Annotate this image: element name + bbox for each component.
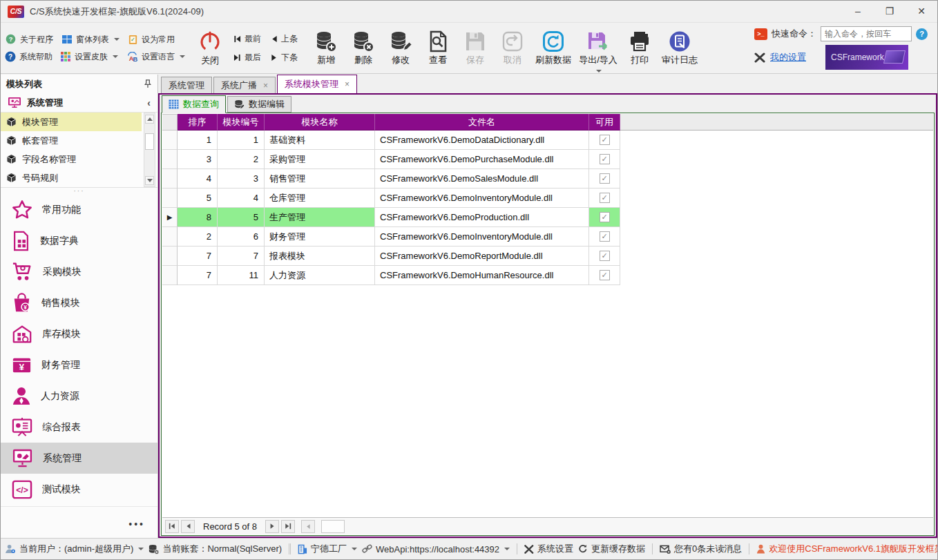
cancel-button[interactable]: 取消	[494, 30, 531, 66]
record-first-button[interactable]: 最前	[233, 33, 261, 45]
tab-system-broadcast[interactable]: 系统广播 ×	[213, 77, 276, 93]
table-row[interactable]: 2 6 财务管理 CSFrameworkV6.DemoInventoryModu…	[162, 227, 620, 247]
close-tab-icon[interactable]: ×	[263, 81, 268, 90]
application-window: C/S C/S系统快速开发框架-旗舰版V6.1(2024-09) – ❐ ✕ ?…	[0, 0, 938, 560]
sidebar-item-field-name-management[interactable]: 字段名称管理	[1, 150, 142, 168]
enabled-checkbox[interactable]: ✓	[600, 251, 610, 261]
enabled-checkbox[interactable]: ✓	[600, 135, 610, 145]
module-finance[interactable]: ¥ 财务管理	[1, 349, 157, 380]
webapi-selector[interactable]: WebApi:https://localhost:44392	[362, 544, 510, 554]
table-row[interactable]: 7 11 人力资源 CSFrameworkV6.DemoHumanResourc…	[162, 266, 620, 285]
module-sales[interactable]: ¥ 销售模块	[1, 287, 157, 318]
form-list-button[interactable]: 窗体列表	[61, 34, 119, 46]
about-button[interactable]: ? 关于程序	[5, 34, 53, 46]
set-favorite-button[interactable]: ✓ 设为常用	[128, 34, 175, 46]
table-row[interactable]: 5 4 仓库管理 CSFrameworkV6.DemoInventoryModu…	[162, 189, 620, 208]
factory-selector[interactable]: 宁德工厂	[298, 543, 357, 555]
sidebar-overflow-button[interactable]: •••	[1, 506, 157, 538]
sidebar-scrollbar[interactable]	[144, 113, 155, 187]
audit-log-button[interactable]: 审计日志	[658, 30, 701, 66]
hscroll-left-button[interactable]	[301, 520, 315, 533]
module-common-functions[interactable]: 常用功能	[1, 194, 157, 225]
sidebar-header: 模块列表	[1, 75, 157, 93]
delete-button[interactable]: 删除	[345, 30, 382, 66]
table-row[interactable]: 7 7 报表模块 CSFrameworkV6.DemoReportModule.…	[162, 247, 620, 266]
table-row[interactable]: 4 3 销售管理 CSFrameworkV6.DemoSalesModule.d…	[162, 169, 620, 189]
current-user-button[interactable]: 当前用户：(admin-超级用户)	[5, 543, 144, 555]
close-module-button[interactable]: 关闭	[198, 29, 222, 67]
export-import-button[interactable]: 导出/导入	[575, 30, 621, 66]
record-status: Record 5 of 8	[203, 521, 257, 532]
grid-header-sort[interactable]: 排序	[178, 114, 218, 131]
enabled-checkbox[interactable]: ✓	[600, 231, 610, 242]
sidebar-item-module-management[interactable]: 模块管理	[1, 113, 142, 131]
refresh-data-button[interactable]: 刷新数据	[531, 30, 575, 66]
record-prev-button[interactable]: 上条	[271, 33, 298, 45]
collapse-icon[interactable]: ‹	[147, 97, 151, 108]
maximize-button[interactable]: ❐	[874, 1, 906, 22]
module-test[interactable]: </> 测试模块	[1, 474, 157, 505]
add-button[interactable]: 新增	[307, 30, 345, 66]
table-row-selected[interactable]: ▶ 8 5 生产管理 CSFrameworkV6.DemoProduction.…	[162, 208, 620, 227]
sidebar-item-number-rules[interactable]: 号码规则	[1, 168, 142, 187]
view-button[interactable]: 查看	[419, 30, 457, 66]
scroll-up-button[interactable]	[145, 115, 154, 124]
quick-command-input[interactable]	[821, 26, 912, 41]
set-skin-button[interactable]: 设置皮肤	[61, 51, 118, 63]
record-first-nav-button[interactable]	[165, 520, 179, 533]
close-tab-icon[interactable]: ×	[345, 79, 350, 89]
sidebar-group-system-management[interactable]: 系统管理 ‹	[1, 93, 157, 113]
grid-header-code[interactable]: 模块编号	[218, 114, 265, 131]
record-next-nav-button[interactable]	[265, 520, 279, 533]
save-button[interactable]: 保存	[457, 30, 494, 66]
table-row[interactable]: 1 1 基础资料 CSFrameworkV6.DemoDataDictionar…	[162, 131, 620, 150]
record-last-button[interactable]: 最后	[233, 52, 261, 64]
grid-header-filler	[620, 114, 933, 131]
sidebar-item-account-management[interactable]: 帐套管理	[1, 131, 142, 150]
pin-icon[interactable]	[143, 79, 152, 88]
scroll-down-button[interactable]	[145, 176, 154, 185]
unread-messages-button[interactable]: 您有0条未读消息	[660, 543, 742, 555]
close-window-button[interactable]: ✕	[906, 1, 937, 22]
module-data-dictionary[interactable]: 数据字典	[1, 225, 157, 256]
enabled-checkbox[interactable]: ✓	[600, 193, 610, 203]
current-account[interactable]: 当前账套：Normal(SqlServer)	[149, 543, 282, 555]
finance-yen-icon: ¥	[12, 356, 32, 375]
module-inventory[interactable]: 库存模块	[1, 318, 157, 349]
my-settings-link[interactable]: 我的设置	[770, 51, 806, 64]
refresh-cache-button[interactable]: 更新缓存数据	[578, 543, 645, 555]
hscroll-track[interactable]	[321, 520, 345, 533]
tab-system-management[interactable]: 系统管理	[161, 77, 212, 93]
set-language-button[interactable]: AB 设置语言	[126, 51, 185, 63]
power-icon	[198, 29, 222, 54]
minimize-button[interactable]: –	[842, 1, 874, 22]
record-last-nav-button[interactable]	[281, 520, 295, 533]
enabled-checkbox[interactable]: ✓	[600, 173, 610, 184]
grid-header-enabled[interactable]: 可用	[589, 114, 620, 131]
svg-text:¥: ¥	[19, 362, 25, 372]
scroll-thumb[interactable]	[145, 133, 154, 150]
csframework-banner: CSFramework	[825, 45, 908, 70]
record-next-button[interactable]: 下条	[271, 52, 298, 64]
record-prev-nav-button[interactable]	[181, 520, 195, 533]
print-button[interactable]: 打印	[621, 30, 658, 66]
table-row[interactable]: 3 2 采购管理 CSFrameworkV6.DemoPurchaseModul…	[162, 150, 620, 169]
module-reports[interactable]: 综合报表	[1, 412, 157, 443]
module-human-resources[interactable]: 人力资源	[1, 380, 157, 412]
module-system-management[interactable]: 系统管理	[1, 443, 157, 474]
sidebar-splitter[interactable]: ···	[1, 188, 157, 194]
system-help-button[interactable]: ? 系统帮助	[5, 51, 52, 63]
modify-button[interactable]: 修改	[382, 30, 419, 66]
tab-system-module-management[interactable]: 系统模块管理 ×	[277, 75, 357, 93]
module-purchase[interactable]: 采购模块	[1, 256, 157, 287]
tab-content: 数据查询 数据编辑 排序 模块编号 模块名称 文件名 可用	[158, 93, 937, 538]
enabled-checkbox[interactable]: ✓	[600, 270, 610, 280]
enabled-checkbox[interactable]: ✓	[600, 212, 610, 222]
grid-header-file[interactable]: 文件名	[375, 114, 589, 131]
subtab-data-edit[interactable]: 数据编辑	[227, 96, 291, 113]
grid-header-name[interactable]: 模块名称	[265, 114, 375, 131]
subtab-data-query[interactable]: 数据查询	[162, 95, 226, 113]
system-settings-button[interactable]: 系统设置	[524, 543, 573, 555]
quick-command-help-icon[interactable]: ?	[916, 28, 928, 40]
enabled-checkbox[interactable]: ✓	[600, 154, 610, 164]
